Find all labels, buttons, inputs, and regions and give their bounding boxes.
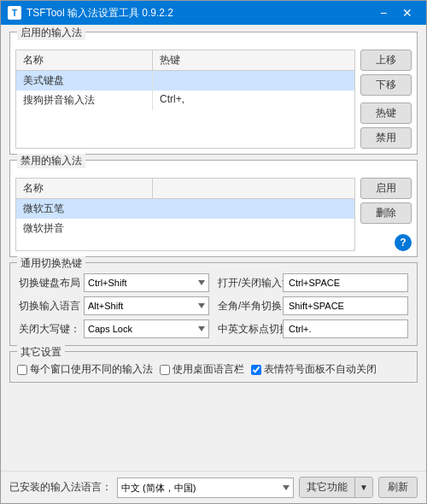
disabled-table-body: 微软五笔 微软拼音 — [16, 199, 354, 250]
option-desktop-bar[interactable]: 使用桌面语言栏 — [160, 362, 244, 377]
hotkey-label-fullhalf: 全角/半角切换： — [218, 299, 279, 314]
hotkey-select-layout[interactable]: Ctrl+Shift Alt+Shift None — [84, 273, 209, 292]
hotkey-row-layout: 切换键盘布局： Ctrl+Shift Alt+Shift None — [19, 273, 209, 292]
table-row[interactable]: 微软拼音 — [16, 219, 354, 238]
hotkey-select-lang[interactable]: Alt+Shift Ctrl+Shift None — [84, 296, 209, 315]
hotkey-row-fullhalf: 全角/半角切换： Shift+SPACE — [218, 296, 408, 315]
disabled-section: 禁用的输入法 名称 微软五笔 微软拼音 — [9, 160, 418, 257]
other-section: 其它设置 每个窗口使用不同的输入法 使用桌面语言栏 表情符号面板不自动关闭 — [9, 351, 418, 383]
func-btn-wrap: 其它功能 ▼ — [299, 477, 373, 498]
move-down-button[interactable]: 下移 — [360, 74, 412, 96]
help-icon[interactable]: ? — [395, 234, 412, 251]
checkbox-per-window[interactable] — [17, 365, 27, 375]
disabled-col-name: 名称 — [16, 179, 153, 198]
row-name: 搜狗拼音输入法 — [16, 91, 153, 110]
hotkey-value-toggle: Ctrl+SPACE — [283, 273, 408, 292]
hotkeys-section: 通用切换热键 切换键盘布局： Ctrl+Shift Alt+Shift None… — [9, 262, 418, 346]
window-title: TSFTool 输入法设置工具 0.9.2.2 — [26, 6, 173, 21]
hotkey-value-punct: Ctrl+. — [283, 319, 408, 338]
option-per-window-label: 每个窗口使用不同的输入法 — [30, 362, 153, 377]
hotkey-row-caps: 关闭大写键： Caps Lock Shift None — [19, 319, 209, 338]
hotkey-select-caps[interactable]: Caps Lock Shift None — [84, 319, 209, 338]
hotkey-label-lang: 切换输入语言： — [19, 299, 80, 314]
hotkey-label-layout: 切换键盘布局： — [19, 276, 80, 290]
disabled-table: 名称 微软五笔 微软拼音 — [15, 178, 355, 251]
refresh-button[interactable]: 刷新 — [378, 477, 418, 498]
move-up-button[interactable]: 上移 — [360, 50, 412, 71]
disabled-section-inner: 名称 微软五笔 微软拼音 启用 删除 ? — [10, 169, 417, 256]
title-bar-controls: − ✕ — [371, 1, 419, 25]
option-desktop-bar-label: 使用桌面语言栏 — [173, 362, 244, 377]
option-emoji-panel[interactable]: 表情符号面板不自动关闭 — [251, 362, 377, 377]
disable-button[interactable]: 禁用 — [360, 127, 412, 149]
hotkey-row-lang: 切换输入语言： Alt+Shift Ctrl+Shift None — [19, 296, 209, 315]
option-per-window[interactable]: 每个窗口使用不同的输入法 — [17, 362, 153, 377]
hotkey-label-caps: 关闭大写键： — [19, 322, 80, 337]
row-name: 微软拼音 — [16, 219, 354, 238]
app-icon: T — [8, 6, 21, 20]
enabled-section-title: 启用的输入法 — [17, 26, 85, 40]
content-area: 启用的输入法 名称 热键 美式键盘 搜狗拼音输入法 Ctrl+ — [1, 25, 426, 471]
hotkeys-grid: 切换键盘布局： Ctrl+Shift Alt+Shift None 打开/关闭输… — [19, 273, 408, 338]
hotkey-row-toggle: 打开/关闭输入法： Ctrl+SPACE — [218, 273, 408, 292]
enable-button[interactable]: 启用 — [360, 178, 412, 199]
minimize-button[interactable]: − — [371, 1, 395, 25]
title-bar-left: T TSFTool 输入法设置工具 0.9.2.2 — [8, 6, 173, 21]
enabled-col-name: 名称 — [16, 50, 153, 70]
delete-button[interactable]: 删除 — [360, 202, 412, 224]
hotkey-value-fullhalf: Shift+SPACE — [283, 296, 408, 315]
row-hotkey: Ctrl+, — [153, 91, 354, 110]
other-options-row: 每个窗口使用不同的输入法 使用桌面语言栏 表情符号面板不自动关闭 — [17, 362, 410, 377]
checkbox-emoji-panel[interactable] — [251, 365, 261, 375]
hotkey-row-punct: 中英文标点切换： Ctrl+. — [218, 319, 408, 338]
hotkey-button[interactable]: 热键 — [360, 103, 412, 124]
disabled-table-header: 名称 — [16, 179, 354, 199]
close-button[interactable]: ✕ — [395, 1, 419, 25]
main-window: T TSFTool 输入法设置工具 0.9.2.2 − ✕ 启用的输入法 名称 … — [0, 0, 427, 504]
enabled-buttons: 上移 下移 热键 禁用 — [360, 50, 412, 149]
table-row[interactable]: 美式键盘 — [16, 71, 354, 91]
disabled-section-title: 禁用的输入法 — [17, 154, 85, 168]
disabled-buttons: 启用 删除 ? — [360, 178, 412, 251]
option-emoji-panel-label: 表情符号面板不自动关闭 — [264, 362, 377, 377]
enabled-table-body: 美式键盘 搜狗拼音输入法 Ctrl+, — [16, 71, 354, 122]
enabled-table: 名称 热键 美式键盘 搜狗拼音输入法 Ctrl+, — [15, 50, 355, 149]
table-row[interactable]: 搜狗拼音输入法 Ctrl+, — [16, 91, 354, 110]
hotkey-label-punct: 中英文标点切换： — [218, 322, 279, 337]
func-btn-dropdown[interactable]: ▼ — [355, 478, 372, 497]
bottom-bar: 已安装的输入法语言： 中文 (简体，中国) English (United St… — [1, 471, 426, 503]
enabled-section: 启用的输入法 名称 热键 美式键盘 搜狗拼音输入法 Ctrl+ — [9, 32, 418, 155]
title-bar: T TSFTool 输入法设置工具 0.9.2.2 − ✕ — [1, 1, 426, 25]
other-section-title: 其它设置 — [17, 345, 65, 360]
hotkey-label-toggle: 打开/关闭输入法： — [218, 276, 279, 290]
enabled-table-header: 名称 热键 — [16, 50, 354, 71]
checkbox-desktop-bar[interactable] — [160, 365, 170, 375]
enabled-col-hotkey: 热键 — [153, 50, 354, 70]
row-hotkey — [153, 71, 354, 91]
lang-select[interactable]: 中文 (简体，中国) English (United States) — [117, 478, 294, 498]
hotkeys-section-title: 通用切换热键 — [17, 256, 85, 271]
enabled-section-inner: 名称 热键 美式键盘 搜狗拼音输入法 Ctrl+, — [10, 41, 417, 154]
func-btn-main[interactable]: 其它功能 — [300, 478, 355, 497]
installed-label: 已安装的输入法语言： — [9, 480, 112, 495]
row-name: 微软五笔 — [16, 199, 354, 219]
row-name: 美式键盘 — [16, 71, 153, 91]
table-row[interactable]: 微软五笔 — [16, 199, 354, 219]
